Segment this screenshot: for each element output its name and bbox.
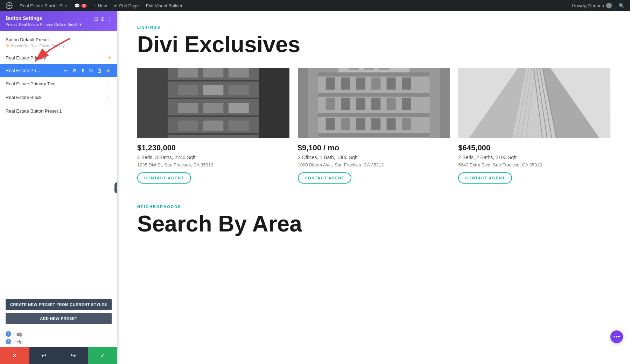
- listing-image-2: [458, 68, 610, 138]
- preset-item-1-active[interactable]: Real Estate Primar... ✏ ⚙ ⬆ ⧉ 🗑 ★: [0, 64, 117, 77]
- contact-agent-button-0[interactable]: CONTACT AGENT: [137, 172, 191, 184]
- svg-rect-29: [318, 133, 430, 137]
- svg-rect-47: [402, 118, 411, 130]
- site-name-bar[interactable]: Real Estate Starter Site: [17, 0, 70, 11]
- main-layout: Button Settings ⊡ ⊞ ⋮ Preset: Real Estat…: [0, 0, 630, 364]
- svg-rect-39: [371, 98, 380, 110]
- contact-agent-button-1[interactable]: CONTACT AGENT: [298, 172, 352, 184]
- svg-rect-43: [341, 118, 350, 130]
- star-icon-default: ★: [6, 43, 10, 48]
- preset-more-3[interactable]: ⋮: [106, 94, 112, 101]
- svg-rect-45: [371, 118, 380, 130]
- save-bottom-button[interactable]: ✓: [88, 347, 117, 364]
- panel-resize-handle[interactable]: ↔: [114, 182, 118, 193]
- preset-upload-icon[interactable]: ⬆: [80, 67, 86, 74]
- preset-star-active[interactable]: ★: [105, 67, 112, 74]
- preset-more-4[interactable]: ⋮: [106, 108, 112, 114]
- pencil-icon: ✏: [114, 3, 118, 8]
- contact-agent-button-2[interactable]: CONTACT AGENT: [458, 172, 512, 184]
- listings-section: LISTINGS Divi Exclusives: [118, 11, 630, 198]
- cancel-bottom-button[interactable]: ✕: [0, 347, 29, 364]
- preset-item-2[interactable]: Real Estate Primary Text ⋮: [0, 77, 117, 91]
- panel-grid-icon[interactable]: ⊞: [100, 16, 105, 22]
- search-icon[interactable]: 🔍: [616, 3, 627, 8]
- check-icon: ✓: [100, 352, 105, 359]
- listing-image-0: [137, 68, 289, 138]
- listing-price-2: $645,000: [458, 143, 610, 152]
- listing-price-0: $1,230,000: [137, 143, 289, 152]
- svg-rect-17: [229, 103, 249, 113]
- preset-delete-icon[interactable]: 🗑: [96, 67, 103, 74]
- svg-rect-10: [203, 68, 223, 78]
- listing-details-2: 2 Beds, 2 Baths, 2100 Sqft: [458, 155, 610, 160]
- wp-admin-bar: Real Estate Starter Site 💬 0 + New ✏ Edi…: [0, 0, 630, 11]
- preset-settings-icon[interactable]: ⚙: [71, 67, 78, 74]
- add-preset-button[interactable]: ADD NEW PRESET: [6, 313, 112, 324]
- neighborhoods-section: NEIGHBORHOODS Search By Area: [118, 198, 630, 250]
- user-avatar: [606, 3, 612, 8]
- preset-item-3[interactable]: Real Estate Black ⋮: [0, 91, 117, 104]
- listing-details-0: 4 Beds, 3 Baths, 2240 Sqft: [137, 155, 289, 160]
- svg-rect-42: [326, 118, 335, 130]
- svg-rect-49: [349, 68, 359, 70]
- listing-address-1: 1000 Bloom Ave., San Fracisco, CA 35313: [298, 162, 450, 167]
- undo-bottom-button[interactable]: ↩: [29, 347, 59, 364]
- listings-label: LISTINGS: [118, 11, 630, 29]
- svg-rect-19: [203, 121, 223, 131]
- listing-card-0: $1,230,000 4 Beds, 3 Baths, 2240 Sqft 12…: [137, 68, 289, 184]
- preset-star-0: ★: [107, 55, 112, 60]
- svg-rect-28: [318, 113, 430, 117]
- wp-logo[interactable]: [3, 0, 15, 11]
- svg-rect-40: [386, 98, 396, 110]
- svg-rect-26: [318, 72, 430, 77]
- listing-address-0: 1235 Divi St, San Fracisco, CA 35313: [137, 162, 289, 167]
- preset-item-default[interactable]: Button Default Preset ★ Based On: Real E…: [0, 34, 117, 52]
- svg-rect-9: [178, 68, 198, 78]
- svg-rect-27: [318, 93, 430, 97]
- panel-preset-label[interactable]: Preset: Real Estate Primary Outline Smal…: [6, 22, 112, 27]
- comments-bar[interactable]: 💬 0: [71, 0, 90, 11]
- svg-rect-38: [356, 98, 365, 110]
- svg-rect-12: [178, 85, 198, 95]
- redo-bottom-button[interactable]: ↪: [59, 347, 88, 364]
- preset-edit-icon[interactable]: ✏: [63, 67, 69, 74]
- help-link-1[interactable]: ? Help: [6, 331, 112, 337]
- svg-rect-22: [259, 68, 289, 138]
- panel-bottom-bar: ✕ ↩ ↪ ✓: [0, 347, 117, 364]
- svg-rect-51: [379, 68, 389, 70]
- panel-title: Button Settings: [6, 15, 42, 21]
- listing-card-1: $9,100 / mo 2 Offices, 1 Bath, 1300 Sqft…: [298, 68, 450, 184]
- svg-rect-36: [326, 98, 335, 110]
- svg-rect-34: [386, 78, 396, 90]
- x-icon: ✕: [12, 352, 17, 359]
- svg-rect-35: [402, 78, 411, 90]
- preset-item-4[interactable]: Real Estate Button Preset 1 ⋮: [0, 104, 117, 118]
- panel-header: Button Settings ⊡ ⊞ ⋮ Preset: Real Estat…: [0, 11, 117, 31]
- floating-dots-button[interactable]: •••: [610, 330, 623, 343]
- panel-maximize-icon[interactable]: ⊡: [94, 16, 98, 22]
- svg-rect-16: [203, 103, 223, 113]
- panel-more-icon[interactable]: ⋮: [107, 16, 112, 22]
- svg-rect-5: [168, 80, 259, 81]
- edit-page-bar[interactable]: ✏ Edit Page: [111, 0, 141, 11]
- create-preset-button[interactable]: CREATE NEW PRESET FROM CURRENT STYLES: [6, 299, 112, 310]
- preset-based-on: ★ Based On: Real Estate Primary: [6, 43, 112, 48]
- preset-duplicate-icon[interactable]: ⧉: [88, 67, 94, 74]
- new-bar[interactable]: + New: [91, 0, 110, 11]
- exit-builder-bar[interactable]: Exit Visual Builder: [143, 0, 186, 11]
- dots-icon: •••: [614, 333, 620, 341]
- svg-rect-31: [341, 78, 350, 90]
- svg-rect-46: [386, 118, 396, 130]
- listing-card-2: $645,000 2 Beds, 2 Baths, 2100 Sqft 5643…: [458, 68, 610, 184]
- preset-more-2[interactable]: ⋮: [106, 80, 112, 87]
- svg-rect-41: [402, 98, 411, 110]
- listing-image-1: [298, 68, 450, 138]
- help-icon-1: ?: [6, 331, 11, 337]
- active-preset-actions: ✏ ⚙ ⬆ ⧉ 🗑 ★: [63, 67, 112, 74]
- preset-item-0[interactable]: Real Estate Primary ★: [0, 52, 117, 64]
- svg-rect-32: [356, 78, 365, 90]
- comment-count: 0: [81, 4, 87, 8]
- howdy-bar: Howdy, Deanna: [569, 3, 615, 8]
- help-link-2[interactable]: ? Help: [6, 339, 112, 344]
- main-content: LISTINGS Divi Exclusives: [118, 11, 630, 364]
